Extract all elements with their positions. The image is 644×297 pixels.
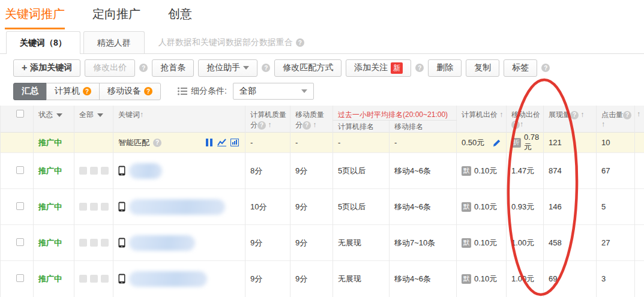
- rank-assistant-button[interactable]: 抢位助手: [198, 59, 257, 77]
- help-icon[interactable]: ?: [415, 64, 424, 72]
- help-icon[interactable]: ?: [257, 121, 266, 130]
- bar-chart-window-icon[interactable]: [230, 139, 239, 146]
- row-cut-cell: [635, 261, 644, 297]
- row-checkbox[interactable]: [16, 202, 24, 210]
- summary-mobile-rank: -: [390, 133, 457, 153]
- status-badge: 推广中: [38, 138, 62, 147]
- chevron-down-icon: [56, 113, 62, 117]
- row-cut-cell: [635, 189, 644, 225]
- help-icon[interactable]: ?: [511, 121, 520, 129]
- pause-icon[interactable]: [205, 139, 213, 146]
- add-keyword-label: 添加关键词: [30, 62, 72, 73]
- row-checkbox[interactable]: [16, 238, 24, 246]
- help-icon[interactable]: ?: [302, 121, 311, 130]
- summary-pc-bid-cell: 0.50元: [457, 133, 507, 153]
- filter-summary-button[interactable]: 汇总: [13, 83, 47, 100]
- mobile-phone-icon: [118, 166, 125, 176]
- help-icon[interactable]: ?: [153, 139, 161, 147]
- select-all-checkbox[interactable]: [16, 110, 24, 118]
- sort-asc-icon[interactable]: ↑: [140, 110, 143, 119]
- tab-selected-audience[interactable]: 精选人群: [83, 31, 145, 53]
- nav-creative[interactable]: 创意: [168, 6, 192, 28]
- header-next-column-cut[interactable]: ↑: [635, 106, 644, 133]
- copy-button[interactable]: 复制: [466, 59, 499, 77]
- help-icon[interactable]: ?: [296, 38, 304, 47]
- tab-keywords[interactable]: 关键词（8）: [6, 31, 80, 54]
- filter-computer-button[interactable]: 计算机 ?: [46, 83, 100, 100]
- row-impressions: 874: [544, 153, 597, 189]
- row-status: 推广中: [34, 261, 74, 297]
- row-keyword-cell: [113, 153, 245, 189]
- delete-button[interactable]: 删除: [428, 59, 462, 77]
- row-keyword-cell: [113, 225, 245, 261]
- tab-bar: 关键词（8） 精选人群 人群数据和关键词数据部分数据重合 ?: [0, 30, 644, 54]
- redacted-keyword: [129, 271, 207, 287]
- tab-note: 人群数据和关键词数据部分数据重合 ?: [158, 37, 304, 48]
- new-badge: 新: [391, 62, 403, 74]
- help-icon[interactable]: ?: [623, 111, 631, 119]
- sort-asc-icon[interactable]: ↑: [499, 110, 503, 119]
- modify-bid-button[interactable]: 修改出价: [85, 59, 135, 77]
- header-pc-quality[interactable]: 计算机质量分? ↑: [245, 106, 290, 133]
- device-segment: 汇总 计算机 ? 移动设备 ?: [13, 83, 161, 100]
- row-checkbox[interactable]: [16, 166, 24, 174]
- header-keyword[interactable]: 关键词↑: [113, 106, 245, 133]
- row-mobile-rank: 移动4~6条: [390, 189, 457, 225]
- help-icon[interactable]: ?: [144, 87, 152, 95]
- sort-asc-icon[interactable]: ↑: [601, 120, 605, 128]
- help-icon[interactable]: ?: [570, 111, 579, 119]
- mobile-phone-icon: [118, 202, 125, 212]
- row-mobile-bid: 1.00元: [507, 225, 544, 261]
- row-pc-quality: 8分: [245, 153, 290, 189]
- header-pc-rank[interactable]: 计算机排名: [333, 121, 390, 133]
- status-badge: 推广中: [38, 238, 62, 247]
- add-watch-label: 添加关注: [354, 62, 388, 73]
- header-clicks-label: 点击量: [601, 110, 623, 119]
- pc-bid-value: 0.10元: [474, 238, 497, 248]
- status-badge: 推广中: [38, 274, 62, 283]
- header-mobile-bid[interactable]: 移动出价?↑: [507, 106, 544, 133]
- sort-asc-icon[interactable]: ↑: [313, 121, 316, 129]
- table-row: 推广中 10分 9分 5页以后 移动4~6条 默0.10元 0.93元 146 …: [1, 189, 644, 225]
- header-clicks[interactable]: 点击量? ↑: [597, 106, 635, 133]
- segment-condition-value: 全部: [239, 86, 256, 97]
- row-pc-bid-cell: 默0.10元: [457, 189, 507, 225]
- nav-targeted-promotion[interactable]: 定向推广: [92, 6, 140, 28]
- trend-chart-icon[interactable]: [217, 139, 226, 146]
- nav-keyword-promotion[interactable]: 关键词推广: [5, 6, 65, 29]
- summary-pc-quality: -: [245, 133, 290, 153]
- filter-mobile-button[interactable]: 移动设备 ?: [99, 83, 161, 100]
- row-scope: [74, 189, 113, 225]
- table-row: 推广中 8分 9分 5页以后 移动4~6条 默0.10元 1.47元 874 6…: [1, 153, 644, 189]
- sort-asc-icon[interactable]: ↑: [268, 121, 271, 129]
- row-pc-rank: 无展现: [333, 225, 390, 261]
- header-mobile-quality[interactable]: 移动质量分? ↑: [290, 106, 333, 133]
- row-select-cell: [1, 261, 34, 297]
- sort-asc-icon[interactable]: ↑: [637, 110, 640, 118]
- row-mobile-quality: 9分: [290, 189, 333, 225]
- modify-match-button[interactable]: 修改匹配方式: [274, 59, 342, 77]
- sort-asc-icon[interactable]: ↑: [580, 110, 584, 119]
- row-checkbox[interactable]: [16, 274, 24, 282]
- header-pc-bid[interactable]: 计算机出价 ↑: [457, 106, 507, 133]
- help-icon[interactable]: ?: [262, 64, 270, 72]
- add-watch-button[interactable]: 添加关注 新: [346, 59, 411, 77]
- edit-pencil-icon[interactable]: [493, 139, 501, 147]
- help-icon[interactable]: ?: [83, 87, 91, 95]
- header-scope[interactable]: 全部: [74, 106, 113, 133]
- grab-first-button[interactable]: 抢首条: [152, 59, 194, 77]
- help-icon[interactable]: ?: [541, 64, 550, 72]
- row-keyword-cell: [113, 261, 245, 297]
- header-impressions[interactable]: 展现量? ↑: [544, 106, 597, 133]
- segment-condition-dropdown[interactable]: 全部: [233, 83, 314, 100]
- help-icon[interactable]: ?: [139, 64, 148, 72]
- status-badge: 推广中: [38, 202, 62, 211]
- add-keyword-button[interactable]: + 添加关键词: [13, 59, 80, 77]
- header-status[interactable]: 状态: [34, 106, 74, 133]
- row-select-cell: [1, 153, 34, 189]
- header-mobile-rank[interactable]: 移动排名: [390, 121, 457, 133]
- keyword-table: 状态 全部 关键词↑ 计算机质量分? ↑ 移动质量分? ↑ 过去一小时平均排名(…: [0, 106, 644, 297]
- pc-bid-value: 0.50元: [462, 137, 484, 148]
- tag-button[interactable]: 标签: [504, 59, 537, 77]
- sort-asc-icon[interactable]: ↑: [520, 120, 523, 128]
